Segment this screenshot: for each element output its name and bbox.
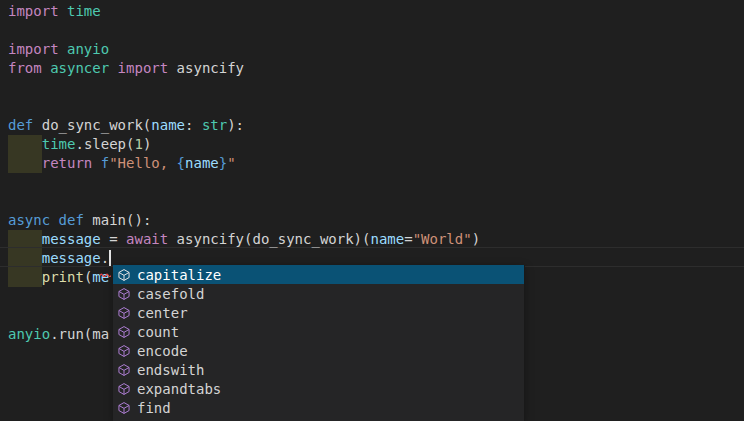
code-token: .run(ma: [50, 326, 109, 342]
code-token: await: [126, 231, 168, 247]
code-token: [92, 155, 100, 171]
code-line[interactable]: return f"Hello, {name}": [8, 154, 744, 173]
code-token: def: [59, 212, 84, 228]
suggestion-label: casefold: [137, 286, 204, 302]
code-token: {: [177, 155, 185, 171]
autocomplete-dropdown[interactable]: capitalize casefold center count encode …: [113, 265, 525, 421]
code-token: sleep: [84, 136, 126, 152]
code-token: name: [370, 231, 404, 247]
code-token: [8, 136, 42, 152]
code-line[interactable]: [8, 21, 744, 40]
code-token: [8, 250, 42, 266]
code-token: anyio: [67, 41, 109, 57]
code-token: return: [42, 155, 93, 171]
code-token: .: [75, 136, 83, 152]
suggestion-label: count: [137, 324, 179, 340]
symbol-method-icon: [116, 400, 132, 416]
code-token: import: [118, 60, 169, 76]
code-token: [59, 41, 67, 57]
symbol-method-icon: [116, 324, 132, 340]
suggestion-item[interactable]: expandtabs: [113, 379, 524, 398]
code-token: name: [185, 155, 219, 171]
suggestion-item[interactable]: center: [113, 303, 524, 322]
suggestion-item[interactable]: encode: [113, 341, 524, 360]
code-line[interactable]: import time: [8, 2, 744, 21]
code-token: f: [101, 155, 109, 171]
code-token: [109, 60, 117, 76]
suggestion-item[interactable]: count: [113, 322, 524, 341]
symbol-method-icon: [116, 343, 132, 359]
code-token: time: [42, 136, 76, 152]
text-cursor: [109, 250, 111, 266]
code-editor[interactable]: import timeimport anyiofrom asyncer impo…: [0, 0, 744, 421]
code-line[interactable]: time.sleep(1): [8, 135, 744, 154]
code-token: str: [202, 117, 227, 133]
code-token: }: [219, 155, 227, 171]
suggestion-label: endswith: [137, 362, 204, 378]
code-line[interactable]: import anyio: [8, 40, 744, 59]
code-token: "World": [413, 231, 472, 247]
code-token: [8, 269, 42, 285]
code-token: ": [227, 155, 235, 171]
code-token: anyio: [8, 326, 50, 342]
code-token: :: [185, 117, 202, 133]
suggestion-label: capitalize: [137, 267, 221, 283]
code-token: asyncify: [168, 60, 244, 76]
suggestion-label: expandtabs: [137, 381, 221, 397]
code-token: from: [8, 60, 42, 76]
symbol-method-icon: [116, 362, 132, 378]
code-token: import: [8, 3, 59, 19]
code-line[interactable]: [8, 192, 744, 211]
code-token: [8, 155, 42, 171]
symbol-method-icon: [116, 286, 132, 302]
symbol-method-icon: [116, 381, 132, 397]
suggestion-label: encode: [137, 343, 188, 359]
code-line[interactable]: async def main():: [8, 211, 744, 230]
code-token: name: [151, 117, 185, 133]
code-token: time: [67, 3, 101, 19]
symbol-method-icon: [116, 267, 132, 283]
suggestion-item[interactable]: casefold: [113, 284, 524, 303]
code-token: main():: [84, 212, 151, 228]
code-token: asyncify(do_sync_work)(: [168, 231, 370, 247]
code-token: def: [8, 117, 33, 133]
code-token: [8, 231, 42, 247]
code-token: print: [42, 269, 84, 285]
code-line[interactable]: [8, 173, 744, 192]
code-token: do_sync_work(: [33, 117, 151, 133]
code-line[interactable]: message = await asyncify(do_sync_work)(n…: [8, 230, 744, 249]
code-token: =: [101, 231, 126, 247]
code-token: [42, 60, 50, 76]
suggestion-item[interactable]: capitalize: [113, 265, 524, 284]
code-token: 1: [134, 136, 142, 152]
code-line[interactable]: def do_sync_work(name: str):: [8, 116, 744, 135]
suggestion-item[interactable]: find: [113, 398, 524, 417]
code-token: =: [404, 231, 412, 247]
code-token: import: [8, 41, 59, 57]
code-token: asyncer: [50, 60, 109, 76]
code-token: message: [42, 250, 101, 266]
code-token: message: [42, 231, 101, 247]
symbol-method-icon: [116, 305, 132, 321]
code-line[interactable]: [8, 97, 744, 116]
code-line[interactable]: from asyncer import asyncify: [8, 59, 744, 78]
code-line[interactable]: [8, 78, 744, 97]
code-token: ): [143, 136, 151, 152]
code-token: [50, 212, 58, 228]
suggestion-label: find: [137, 400, 171, 416]
code-token: "Hello,: [109, 155, 176, 171]
code-token: [59, 3, 67, 19]
code-token: async: [8, 212, 50, 228]
suggestion-label: center: [137, 305, 188, 321]
suggestion-item[interactable]: endswith: [113, 360, 524, 379]
code-token: ):: [227, 117, 244, 133]
code-token: ): [472, 231, 480, 247]
